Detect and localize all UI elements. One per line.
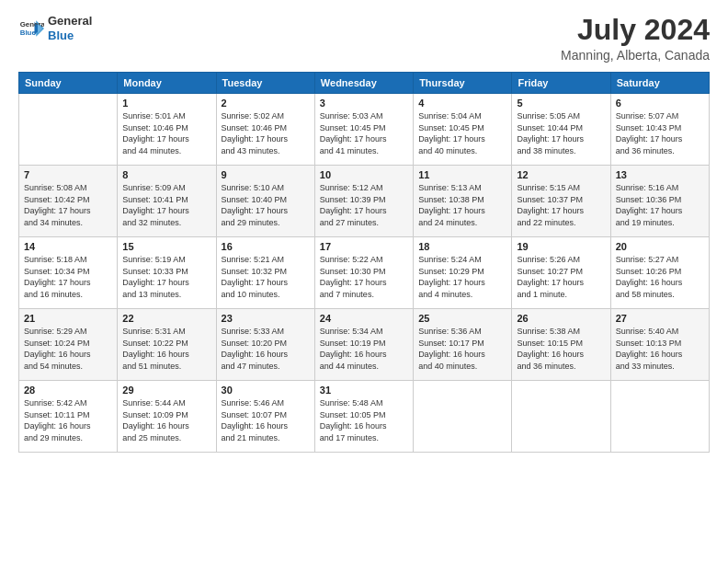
day-info: Sunrise: 5:26 AM Sunset: 10:27 PM Daylig… (517, 254, 605, 300)
calendar-header: Sunday Monday Tuesday Wednesday Thursday… (19, 73, 710, 94)
calendar-cell: 19Sunrise: 5:26 AM Sunset: 10:27 PM Dayl… (512, 237, 610, 309)
calendar-cell: 23Sunrise: 5:33 AM Sunset: 10:20 PM Dayl… (216, 309, 314, 381)
day-number: 31 (320, 385, 408, 396)
day-info: Sunrise: 5:24 AM Sunset: 10:29 PM Daylig… (418, 254, 506, 300)
calendar-week-4: 21Sunrise: 5:29 AM Sunset: 10:24 PM Dayl… (19, 309, 710, 381)
calendar-cell: 31Sunrise: 5:48 AM Sunset: 10:05 PM Dayl… (314, 381, 413, 453)
day-info: Sunrise: 5:01 AM Sunset: 10:46 PM Daylig… (122, 110, 210, 156)
day-info: Sunrise: 5:15 AM Sunset: 10:37 PM Daylig… (517, 182, 605, 228)
day-number: 10 (320, 169, 408, 180)
day-info: Sunrise: 5:46 AM Sunset: 10:07 PM Daylig… (222, 397, 310, 443)
calendar-cell: 24Sunrise: 5:34 AM Sunset: 10:19 PM Dayl… (314, 309, 413, 381)
day-info: Sunrise: 5:33 AM Sunset: 10:20 PM Daylig… (222, 326, 310, 372)
calendar-cell: 25Sunrise: 5:36 AM Sunset: 10:17 PM Dayl… (414, 309, 512, 381)
day-info: Sunrise: 5:10 AM Sunset: 10:40 PM Daylig… (222, 182, 310, 228)
calendar-cell: 6Sunrise: 5:07 AM Sunset: 10:43 PM Dayli… (610, 94, 709, 166)
calendar-cell: 5Sunrise: 5:05 AM Sunset: 10:44 PM Dayli… (512, 94, 610, 166)
calendar-cell: 16Sunrise: 5:21 AM Sunset: 10:32 PM Dayl… (216, 237, 314, 309)
calendar-week-3: 14Sunrise: 5:18 AM Sunset: 10:34 PM Dayl… (19, 237, 710, 309)
calendar-cell (512, 381, 610, 453)
svg-text:Blue: Blue (20, 29, 37, 37)
day-info: Sunrise: 5:03 AM Sunset: 10:45 PM Daylig… (320, 110, 408, 156)
calendar-cell: 2Sunrise: 5:02 AM Sunset: 10:46 PM Dayli… (216, 94, 314, 166)
day-number: 4 (418, 98, 506, 109)
day-info: Sunrise: 5:34 AM Sunset: 10:19 PM Daylig… (320, 326, 408, 372)
calendar-cell: 20Sunrise: 5:27 AM Sunset: 10:26 PM Dayl… (610, 237, 709, 309)
day-number: 26 (517, 313, 605, 324)
logo-text: General Blue (48, 14, 92, 42)
calendar-cell: 7Sunrise: 5:08 AM Sunset: 10:42 PM Dayli… (19, 166, 118, 237)
calendar-cell: 12Sunrise: 5:15 AM Sunset: 10:37 PM Dayl… (512, 166, 610, 237)
header: General Blue General Blue July 2024 Mann… (18, 14, 710, 63)
day-number: 14 (24, 241, 112, 252)
calendar-cell: 1Sunrise: 5:01 AM Sunset: 10:46 PM Dayli… (118, 94, 216, 166)
day-info: Sunrise: 5:13 AM Sunset: 10:38 PM Daylig… (418, 182, 506, 228)
logo: General Blue General Blue (18, 14, 92, 42)
calendar-cell: 17Sunrise: 5:22 AM Sunset: 10:30 PM Dayl… (314, 237, 413, 309)
calendar-cell: 10Sunrise: 5:12 AM Sunset: 10:39 PM Dayl… (314, 166, 413, 237)
day-number: 11 (418, 169, 506, 180)
day-info: Sunrise: 5:21 AM Sunset: 10:32 PM Daylig… (222, 254, 310, 300)
calendar-body: 1Sunrise: 5:01 AM Sunset: 10:46 PM Dayli… (19, 94, 710, 453)
day-number: 15 (122, 241, 210, 252)
calendar-cell: 13Sunrise: 5:16 AM Sunset: 10:36 PM Dayl… (610, 166, 709, 237)
day-info: Sunrise: 5:31 AM Sunset: 10:22 PM Daylig… (122, 326, 210, 372)
day-number: 7 (24, 169, 112, 180)
calendar-cell: 4Sunrise: 5:04 AM Sunset: 10:45 PM Dayli… (414, 94, 512, 166)
day-number: 2 (222, 98, 310, 109)
header-row: Sunday Monday Tuesday Wednesday Thursday… (19, 73, 710, 94)
calendar-cell: 30Sunrise: 5:46 AM Sunset: 10:07 PM Dayl… (216, 381, 314, 453)
day-number: 17 (320, 241, 408, 252)
day-number: 29 (122, 385, 210, 396)
day-number: 12 (517, 169, 605, 180)
calendar-week-5: 28Sunrise: 5:42 AM Sunset: 10:11 PM Dayl… (19, 381, 710, 453)
day-info: Sunrise: 5:12 AM Sunset: 10:39 PM Daylig… (320, 182, 408, 228)
calendar-cell: 26Sunrise: 5:38 AM Sunset: 10:15 PM Dayl… (512, 309, 610, 381)
calendar-week-2: 7Sunrise: 5:08 AM Sunset: 10:42 PM Dayli… (19, 166, 710, 237)
day-info: Sunrise: 5:48 AM Sunset: 10:05 PM Daylig… (320, 397, 408, 443)
header-saturday: Saturday (610, 73, 709, 94)
calendar-cell: 27Sunrise: 5:40 AM Sunset: 10:13 PM Dayl… (610, 309, 709, 381)
day-number: 8 (122, 169, 210, 180)
day-info: Sunrise: 5:16 AM Sunset: 10:36 PM Daylig… (616, 182, 704, 228)
day-info: Sunrise: 5:09 AM Sunset: 10:41 PM Daylig… (122, 182, 210, 228)
calendar-cell: 22Sunrise: 5:31 AM Sunset: 10:22 PM Dayl… (118, 309, 216, 381)
calendar-cell (610, 381, 709, 453)
day-info: Sunrise: 5:44 AM Sunset: 10:09 PM Daylig… (122, 397, 210, 443)
day-number: 5 (517, 98, 605, 109)
day-info: Sunrise: 5:07 AM Sunset: 10:43 PM Daylig… (616, 110, 704, 156)
calendar-cell: 28Sunrise: 5:42 AM Sunset: 10:11 PM Dayl… (19, 381, 118, 453)
day-number: 13 (616, 169, 704, 180)
header-wednesday: Wednesday (314, 73, 413, 94)
location: Manning, Alberta, Canada (561, 48, 710, 63)
day-info: Sunrise: 5:18 AM Sunset: 10:34 PM Daylig… (24, 254, 112, 300)
day-info: Sunrise: 5:27 AM Sunset: 10:26 PM Daylig… (616, 254, 704, 300)
calendar-cell: 8Sunrise: 5:09 AM Sunset: 10:41 PM Dayli… (118, 166, 216, 237)
logo-line1: General (48, 14, 92, 29)
day-number: 25 (418, 313, 506, 324)
day-info: Sunrise: 5:19 AM Sunset: 10:33 PM Daylig… (122, 254, 210, 300)
calendar-cell: 29Sunrise: 5:44 AM Sunset: 10:09 PM Dayl… (118, 381, 216, 453)
day-number: 30 (222, 385, 310, 396)
calendar-cell: 9Sunrise: 5:10 AM Sunset: 10:40 PM Dayli… (216, 166, 314, 237)
day-number: 21 (24, 313, 112, 324)
header-monday: Monday (118, 73, 216, 94)
day-info: Sunrise: 5:29 AM Sunset: 10:24 PM Daylig… (24, 326, 112, 372)
day-number: 28 (24, 385, 112, 396)
calendar-cell (19, 94, 118, 166)
day-number: 6 (616, 98, 704, 109)
day-number: 3 (320, 98, 408, 109)
day-number: 19 (517, 241, 605, 252)
day-number: 27 (616, 313, 704, 324)
day-number: 1 (122, 98, 210, 109)
day-info: Sunrise: 5:36 AM Sunset: 10:17 PM Daylig… (418, 326, 506, 372)
day-info: Sunrise: 5:42 AM Sunset: 10:11 PM Daylig… (24, 397, 112, 443)
day-info: Sunrise: 5:40 AM Sunset: 10:13 PM Daylig… (616, 326, 704, 372)
logo-icon: General Blue (18, 16, 44, 41)
day-info: Sunrise: 5:04 AM Sunset: 10:45 PM Daylig… (418, 110, 506, 156)
calendar-week-1: 1Sunrise: 5:01 AM Sunset: 10:46 PM Dayli… (19, 94, 710, 166)
day-info: Sunrise: 5:08 AM Sunset: 10:42 PM Daylig… (24, 182, 112, 228)
day-number: 9 (222, 169, 310, 180)
title-block: July 2024 Manning, Alberta, Canada (561, 14, 710, 63)
day-number: 24 (320, 313, 408, 324)
